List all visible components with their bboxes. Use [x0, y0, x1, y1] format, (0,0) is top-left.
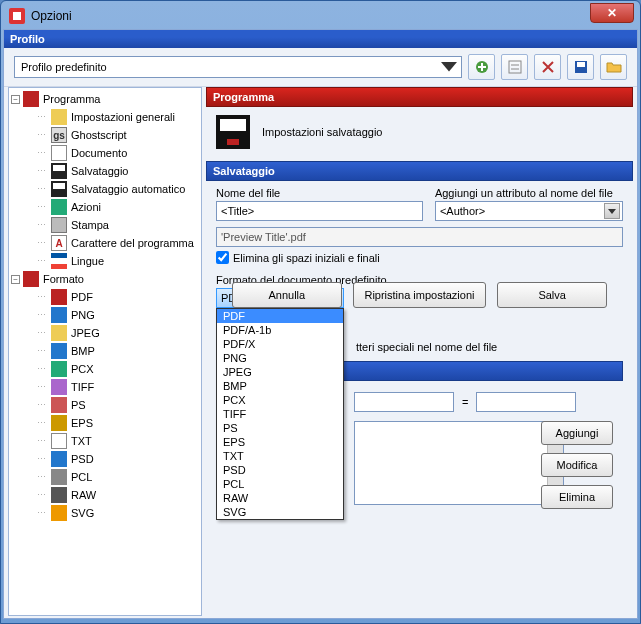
profile-toolbar: Profilo predefinito	[4, 48, 637, 87]
filename-input[interactable]: <Title>	[216, 201, 423, 221]
tree-node-formato[interactable]: − Formato	[9, 270, 201, 288]
save-icon	[51, 163, 67, 179]
pcl-icon	[51, 469, 67, 485]
profile-delete-button[interactable]	[534, 54, 561, 80]
profile-header: Profilo	[4, 30, 637, 48]
window-title: Opzioni	[31, 9, 72, 23]
flag-icon	[51, 253, 67, 269]
printer-icon	[51, 217, 67, 233]
tree-item-jpeg[interactable]: ⋯JPEG	[9, 324, 201, 342]
ps-icon	[51, 397, 67, 413]
tree-item-pcl[interactable]: ⋯PCL	[9, 468, 201, 486]
trim-spaces-checkbox[interactable]: Elimina gli spazi iniziali e finali	[216, 251, 623, 264]
replace-inputs: =	[354, 392, 576, 412]
tiff-icon	[51, 379, 67, 395]
tree-item-txt[interactable]: ⋯TXT	[9, 432, 201, 450]
eps-icon	[51, 415, 67, 431]
tree-item-ghostscript[interactable]: ⋯gsGhostscript	[9, 126, 201, 144]
profile-config-button[interactable]	[501, 54, 528, 80]
profile-new-button[interactable]	[468, 54, 495, 80]
format-option[interactable]: PDF	[217, 309, 343, 323]
save-section-header: Salvataggio	[206, 161, 633, 181]
format-option[interactable]: JPEG	[217, 365, 343, 379]
close-button[interactable]: ✕	[590, 3, 634, 23]
collapse-icon[interactable]: −	[11, 95, 20, 104]
format-option[interactable]: PSD	[217, 463, 343, 477]
add-button[interactable]: Aggiungi	[541, 421, 613, 445]
format-dropdown-list[interactable]: PDF PDF/A-1b PDF/X PNG JPEG BMP PCX TIFF…	[216, 308, 344, 520]
cancel-button[interactable]: Annulla	[232, 282, 342, 308]
trim-spaces-input[interactable]	[216, 251, 229, 264]
chevron-down-icon	[604, 203, 620, 219]
tree-item-tiff[interactable]: ⋯TIFF	[9, 378, 201, 396]
attribute-select[interactable]: <Author>	[435, 201, 623, 221]
content-pane: Programma Impostazioni salvataggio Salva…	[206, 87, 633, 616]
tree-item-png[interactable]: ⋯PNG	[9, 306, 201, 324]
tree-item-bmp[interactable]: ⋯BMP	[9, 342, 201, 360]
edit-button[interactable]: Modifica	[541, 453, 613, 477]
format-option[interactable]: TXT	[217, 449, 343, 463]
format-option[interactable]: PDF/X	[217, 337, 343, 351]
delete-button[interactable]: Elimina	[541, 485, 613, 509]
actions-icon	[51, 199, 67, 215]
titlebar[interactable]: Opzioni ✕	[3, 3, 638, 29]
main-split: − Programma ⋯Impostazioni generali ⋯gsGh…	[4, 87, 637, 618]
filename-label: Nome del file	[216, 187, 423, 199]
filename-preview: 'Preview Title'.pdf	[216, 227, 623, 247]
chevron-down-icon	[441, 59, 457, 75]
reset-button[interactable]: Ripristina impostazioni	[353, 282, 485, 308]
tree-item-actions[interactable]: ⋯Azioni	[9, 198, 201, 216]
tree-item-ps[interactable]: ⋯PS	[9, 396, 201, 414]
attribute-label: Aggiungi un attributo al nome del file	[435, 187, 623, 199]
tree-item-print[interactable]: ⋯Stampa	[9, 216, 201, 234]
tree-node-programma[interactable]: − Programma	[9, 90, 201, 108]
disk-icon	[216, 115, 250, 149]
program-section-header: Programma	[206, 87, 633, 107]
settings-tree[interactable]: − Programma ⋯Impostazioni generali ⋯gsGh…	[8, 87, 202, 616]
format-option[interactable]: PDF/A-1b	[217, 323, 343, 337]
tree-item-pdf[interactable]: ⋯PDF	[9, 288, 201, 306]
format-option[interactable]: PCX	[217, 393, 343, 407]
collapse-icon[interactable]: −	[11, 275, 20, 284]
program-icon	[23, 91, 39, 107]
tree-item-general[interactable]: ⋯Impostazioni generali	[9, 108, 201, 126]
svg-icon	[51, 505, 67, 521]
window-frame: Opzioni ✕ Profilo Profilo predefinito	[0, 0, 641, 624]
client-area: Profilo Profilo predefinito	[3, 29, 638, 619]
format-option[interactable]: PS	[217, 421, 343, 435]
tree-item-svg[interactable]: ⋯SVG	[9, 504, 201, 522]
format-option[interactable]: PCL	[217, 477, 343, 491]
replace-from-input[interactable]	[354, 392, 454, 412]
raw-icon	[51, 487, 67, 503]
replace-to-input[interactable]	[476, 392, 576, 412]
tree-item-autosave[interactable]: ⋯Salvataggio automatico	[9, 180, 201, 198]
autosave-icon	[51, 181, 67, 197]
tree-item-font[interactable]: ⋯ACarattere del programma	[9, 234, 201, 252]
save-button[interactable]: Salva	[497, 282, 607, 308]
tree-item-psd[interactable]: ⋯PSD	[9, 450, 201, 468]
jpeg-icon	[51, 325, 67, 341]
tree-item-languages[interactable]: ⋯Lingue	[9, 252, 201, 270]
format-option[interactable]: PNG	[217, 351, 343, 365]
profile-save-button[interactable]	[567, 54, 594, 80]
tree-item-eps[interactable]: ⋯EPS	[9, 414, 201, 432]
tree-item-raw[interactable]: ⋯RAW	[9, 486, 201, 504]
format-option[interactable]: TIFF	[217, 407, 343, 421]
tree-item-pcx[interactable]: ⋯PCX	[9, 360, 201, 378]
tree-item-document[interactable]: ⋯Documento	[9, 144, 201, 162]
svg-rect-1	[509, 61, 521, 73]
svg-rect-3	[577, 62, 585, 67]
format-option[interactable]: RAW	[217, 491, 343, 505]
format-option[interactable]: EPS	[217, 435, 343, 449]
dialog-buttons: Annulla Ripristina impostazioni Salva	[206, 282, 633, 308]
txt-icon	[51, 433, 67, 449]
document-icon	[51, 145, 67, 161]
profile-open-button[interactable]	[600, 54, 627, 80]
save-form: Nome del file <Title> Aggiungi un attrib…	[206, 181, 633, 318]
format-option[interactable]: SVG	[217, 505, 343, 519]
replace-list[interactable]	[354, 421, 564, 505]
profile-select[interactable]: Profilo predefinito	[14, 56, 462, 78]
tree-item-save[interactable]: ⋯Salvataggio	[9, 162, 201, 180]
format-option[interactable]: BMP	[217, 379, 343, 393]
program-subtitle: Impostazioni salvataggio	[262, 126, 382, 138]
